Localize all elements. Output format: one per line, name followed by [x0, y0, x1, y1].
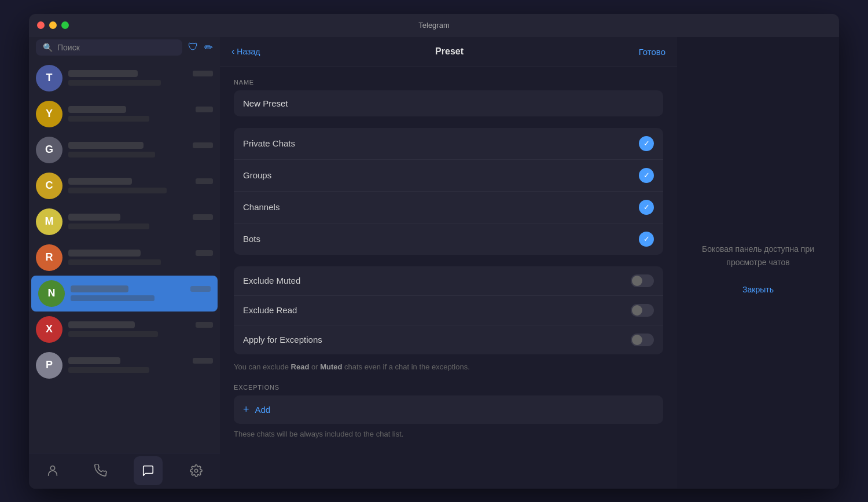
chat-type-row-bots[interactable]: Bots✓ — [234, 223, 663, 255]
exception-hint: These chats will be always included to t… — [234, 430, 663, 438]
chat-preview — [68, 80, 161, 86]
chat-list-item[interactable]: R — [29, 240, 220, 276]
toggle-row-exclude-muted[interactable]: Exclude Muted — [234, 266, 663, 296]
chat-list-item[interactable]: N — [31, 276, 218, 312]
chat-type-row-groups[interactable]: Groups✓ — [234, 160, 663, 192]
chat-preview — [68, 188, 167, 193]
chat-preview — [68, 367, 149, 373]
chat-preview — [68, 152, 155, 157]
toggle-row-apply-exceptions[interactable]: Apply for Exceptions — [234, 325, 663, 354]
window-controls — [37, 21, 69, 29]
chat-type-label: Private Chats — [243, 138, 295, 148]
check-circle-icon: ✓ — [639, 168, 654, 183]
toggle-switch[interactable] — [631, 334, 654, 346]
add-label: Add — [255, 405, 271, 415]
nav-chats[interactable] — [134, 456, 163, 485]
chat-name — [68, 106, 126, 113]
avatar: C — [36, 173, 62, 199]
chevron-left-icon: ‹ — [231, 46, 234, 57]
avatar: Y — [36, 101, 62, 127]
chat-name — [68, 357, 120, 364]
avatar: R — [36, 244, 62, 271]
avatar: G — [36, 137, 62, 163]
back-label: Назад — [237, 47, 260, 56]
svg-point-0 — [51, 466, 55, 470]
chat-info — [68, 357, 213, 373]
search-input[interactable]: Поиск — [57, 43, 80, 52]
chat-list-item[interactable]: M — [29, 204, 220, 240]
chat-preview — [68, 331, 158, 337]
panel-header: ‹ Назад Preset Готово — [220, 37, 677, 67]
hint-text: You can exclude Read or Muted chats even… — [234, 361, 663, 373]
close-window-button[interactable] — [37, 21, 45, 29]
app-window: Telegram 🔍 Поиск 🛡 ✏ TYGCMRNXP — [29, 14, 839, 489]
nav-settings[interactable] — [182, 456, 211, 485]
maximize-window-button[interactable] — [61, 21, 69, 29]
done-button[interactable]: Готово — [639, 47, 665, 57]
nav-contacts[interactable] — [38, 456, 67, 485]
bottom-nav — [29, 453, 220, 489]
nav-calls[interactable] — [86, 456, 115, 485]
chat-name — [68, 214, 120, 221]
chat-time — [193, 214, 213, 220]
chat-preview — [68, 259, 161, 265]
hint-suffix: chats even if a chat in the exceptions. — [342, 362, 469, 371]
chat-info — [68, 321, 213, 337]
check-circle-icon: ✓ — [639, 200, 654, 215]
chat-name — [71, 285, 128, 292]
chat-list-item[interactable]: P — [29, 347, 220, 383]
close-panel-button[interactable]: Закрыть — [742, 285, 774, 294]
toggle-label: Exclude Read — [243, 305, 297, 315]
toggle-row-exclude-read[interactable]: Exclude Read — [234, 296, 663, 325]
chat-preview — [68, 223, 149, 229]
name-section-label: NAME — [234, 79, 663, 86]
toggle-label: Apply for Exceptions — [243, 335, 322, 345]
exceptions-section-label: EXCEPTIONS — [234, 384, 663, 391]
titlebar: Telegram — [29, 14, 839, 37]
toggle-label: Exclude Muted — [243, 276, 300, 285]
chat-type-label: Bots — [243, 234, 260, 244]
chat-time — [196, 107, 213, 112]
chat-time — [190, 286, 211, 292]
minimize-window-button[interactable] — [49, 21, 57, 29]
back-button[interactable]: ‹ Назад — [231, 46, 260, 57]
chat-type-row-private[interactable]: Private Chats✓ — [234, 128, 663, 160]
chat-list-item[interactable]: X — [29, 312, 220, 347]
search-bar[interactable]: 🔍 Поиск — [36, 39, 182, 56]
shield-icon[interactable]: 🛡 — [188, 41, 198, 54]
chat-name — [68, 321, 135, 328]
chat-time — [193, 71, 213, 76]
avatar: M — [36, 208, 62, 235]
chat-list-item[interactable]: C — [29, 168, 220, 204]
chat-list-item[interactable]: Y — [29, 96, 220, 132]
right-panel: Боковая панель доступна при просмотре ча… — [677, 37, 839, 489]
name-input[interactable]: New Preset — [234, 90, 663, 116]
compose-icon[interactable]: ✏ — [204, 41, 213, 54]
chat-info — [68, 70, 213, 86]
chat-time — [193, 142, 213, 148]
chat-name — [68, 70, 138, 77]
toggles-card: Exclude MutedExclude ReadApply for Excep… — [234, 266, 663, 354]
toggle-switch[interactable] — [631, 274, 654, 287]
chat-list-item[interactable]: T — [29, 60, 220, 96]
window-title: Telegram — [418, 21, 449, 30]
avatar: N — [38, 280, 65, 307]
add-exception-button[interactable]: + Add — [234, 395, 663, 424]
chat-info — [68, 106, 213, 122]
search-icon: 🔍 — [43, 43, 53, 52]
chat-time — [196, 178, 213, 184]
chat-list: TYGCMRNXP — [29, 60, 220, 453]
chat-type-row-channels[interactable]: Channels✓ — [234, 192, 663, 223]
sidebar-toolbar: 🔍 Поиск 🛡 ✏ — [29, 37, 220, 60]
chat-list-item[interactable]: G — [29, 132, 220, 168]
toggle-switch[interactable] — [631, 304, 654, 317]
panel-body: NAME New Preset Private Chats✓Groups✓Cha… — [220, 67, 677, 489]
chat-name — [68, 178, 132, 185]
chat-type-label: Groups — [243, 170, 271, 180]
chat-info — [71, 285, 211, 301]
main-content: 🔍 Поиск 🛡 ✏ TYGCMRNXP — [29, 37, 839, 489]
sidebar-extra-icons: 🛡 ✏ — [188, 41, 213, 54]
hint-read: Read — [291, 362, 310, 371]
svg-point-1 — [194, 469, 198, 472]
chat-time — [193, 358, 213, 364]
